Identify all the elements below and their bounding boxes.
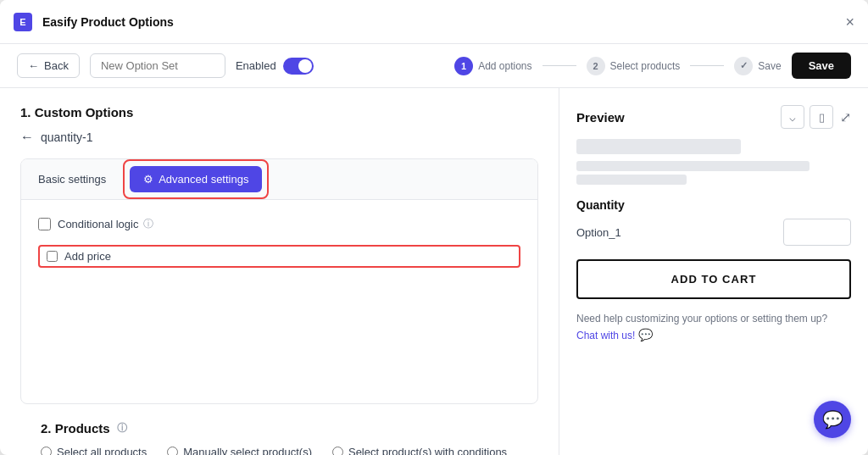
- preview-placeholder-bar-2: [576, 161, 810, 171]
- back-arrow-icon: ←: [28, 59, 39, 72]
- step-select-products[interactable]: 2 Select products: [576, 57, 691, 75]
- toolbar-left: ← Back Enabled: [17, 53, 314, 78]
- step-label-2: Select products: [610, 60, 681, 72]
- gear-icon: ⚙: [143, 173, 153, 186]
- enabled-text: Enabled: [236, 59, 276, 72]
- preview-placeholder-bar-1: [576, 139, 741, 154]
- preview-option-label: Option_1: [576, 226, 621, 239]
- save-button[interactable]: Save: [792, 53, 851, 79]
- preview-option-row: Option_1: [576, 219, 851, 246]
- radio-manually-select[interactable]: Manually select product(s): [167, 446, 312, 455]
- chat-fab-icon: 💬: [822, 409, 843, 430]
- products-info-icon[interactable]: ⓘ: [117, 421, 127, 436]
- preview-header: Preview ⌵ ▯ ⤢: [576, 105, 851, 129]
- radio-conditions-select[interactable]: Select product(s) with conditions: [332, 446, 507, 455]
- back-label: Back: [44, 59, 69, 72]
- products-section: 2. Products ⓘ Select all products Manual…: [20, 404, 538, 455]
- products-title: 2. Products ⓘ: [41, 421, 518, 436]
- help-text: Need help customizing your options or se…: [576, 311, 851, 344]
- add-price-box: Add price: [38, 245, 520, 268]
- enabled-toggle[interactable]: [283, 58, 314, 75]
- toggle-slider: [283, 58, 314, 75]
- step-connector-1: [542, 65, 576, 66]
- steps-nav: 1 Add options 2 Select products ✓ Save S…: [444, 53, 851, 79]
- step-num-save: ✓: [734, 57, 753, 75]
- conditional-logic-row: Conditional logic ⓘ: [38, 217, 520, 231]
- advanced-tab-highlight: ⚙ Advanced settings: [123, 159, 269, 199]
- add-to-cart-button[interactable]: ADD TO CART: [576, 259, 851, 299]
- header-left: E Easify Product Options: [14, 13, 174, 31]
- preview-desktop-icon[interactable]: ⌵: [781, 105, 804, 129]
- settings-body: Conditional logic ⓘ Add price: [21, 200, 537, 403]
- preview-device-icons: ⌵ ▯: [781, 105, 833, 129]
- right-panel: Preview ⌵ ▯ ⤢ Quantity Option_1: [559, 88, 868, 455]
- chat-fab-button[interactable]: 💬: [814, 401, 851, 438]
- breadcrumb-back-icon[interactable]: ←: [20, 130, 34, 145]
- enabled-toggle-label: Enabled: [236, 58, 314, 75]
- close-button[interactable]: ×: [845, 14, 854, 30]
- radio-conditions-input[interactable]: [332, 447, 343, 455]
- modal-header: E Easify Product Options ×: [0, 0, 868, 44]
- main-content: 1. Custom Options ← quantity-1 Basic set…: [0, 88, 868, 455]
- step-label-1: Add options: [478, 60, 531, 72]
- tab-basic-settings[interactable]: Basic settings: [21, 159, 123, 199]
- add-price-checkbox[interactable]: [47, 251, 58, 262]
- app-title: Easify Product Options: [42, 15, 174, 29]
- step-label-save: Save: [758, 60, 781, 72]
- step-num-1: 1: [454, 57, 473, 75]
- settings-card: Basic settings ⚙ Advanced settings Condi…: [20, 158, 538, 404]
- modal-window: E Easify Product Options × ← Back Enable…: [0, 0, 868, 455]
- preview-mobile-icon[interactable]: ▯: [810, 105, 833, 129]
- toolbar: ← Back Enabled 1 Add options 2 Select pr…: [0, 44, 868, 88]
- radio-select-all-input[interactable]: [41, 447, 52, 455]
- preview-title: Preview: [576, 110, 625, 125]
- preview-placeholder-bar-3: [576, 175, 687, 185]
- preview-option-input[interactable]: [783, 219, 851, 246]
- radio-select-all[interactable]: Select all products: [41, 446, 147, 455]
- products-radio-row: Select all products Manually select prod…: [41, 446, 518, 455]
- step-save[interactable]: ✓ Save: [724, 57, 791, 75]
- app-icon: E: [14, 13, 32, 31]
- step-num-2: 2: [587, 57, 605, 75]
- tab-advanced-settings[interactable]: ⚙ Advanced settings: [130, 166, 262, 192]
- expand-preview-button[interactable]: ⤢: [840, 109, 851, 125]
- breadcrumb-label: quantity-1: [41, 130, 92, 144]
- preview-controls: ⌵ ▯ ⤢: [781, 105, 851, 129]
- option-set-input[interactable]: [90, 53, 225, 78]
- conditional-logic-checkbox[interactable]: [38, 218, 51, 230]
- preview-qty-label: Quantity: [576, 198, 851, 212]
- step-connector-2: [690, 65, 724, 66]
- custom-options-title: 1. Custom Options: [20, 105, 538, 119]
- chat-link[interactable]: Chat with us!: [576, 330, 638, 341]
- step-add-options[interactable]: 1 Add options: [444, 57, 542, 75]
- radio-manually-input[interactable]: [167, 447, 178, 455]
- conditional-logic-label: Conditional logic ⓘ: [58, 217, 153, 231]
- preview-card: Quantity Option_1 ADD TO CART Need help …: [576, 139, 851, 344]
- left-panel: 1. Custom Options ← quantity-1 Basic set…: [0, 88, 559, 455]
- conditional-logic-info-icon[interactable]: ⓘ: [143, 217, 153, 231]
- back-button[interactable]: ← Back: [17, 53, 80, 78]
- add-price-label: Add price: [64, 250, 111, 263]
- chat-emoji-icon: 💬: [638, 328, 653, 341]
- breadcrumb-row: ← quantity-1: [20, 130, 538, 145]
- settings-tabs: Basic settings ⚙ Advanced settings: [21, 159, 537, 200]
